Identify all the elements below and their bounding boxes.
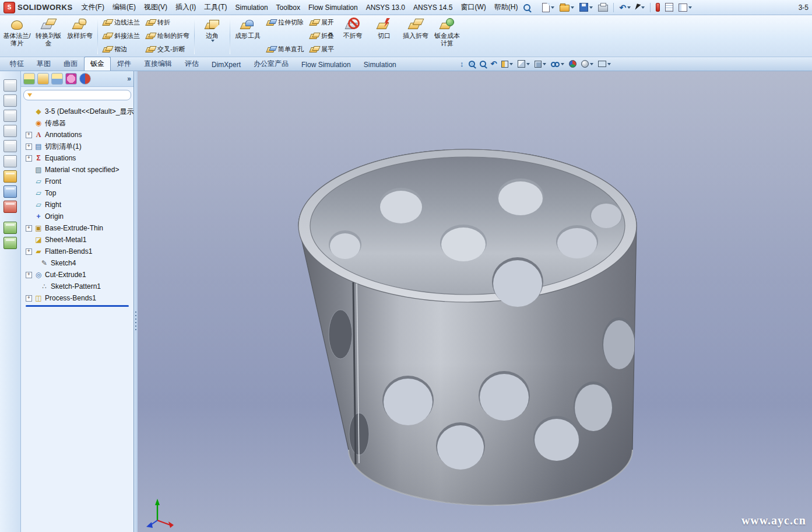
filter-input[interactable] <box>34 91 127 99</box>
left-toolbar-icon[interactable] <box>3 186 17 198</box>
left-toolbar-icon[interactable] <box>3 222 17 234</box>
flatten-button[interactable]: 展平 <box>308 44 336 54</box>
tree-item-cut-extrude1[interactable]: Cut-Extrude1 <box>22 269 133 281</box>
options-panel-icon[interactable] <box>677 2 694 13</box>
menu-edit[interactable]: 编辑(E) <box>108 1 140 14</box>
tree-item-annotations[interactable]: Annotations <box>22 129 133 141</box>
notebook-icon[interactable] <box>663 2 675 13</box>
miter-flange-button[interactable]: 斜接法兰 <box>101 31 142 41</box>
base-flange-button[interactable]: 基体法兰/薄片 <box>1 16 33 56</box>
edge-flange-button[interactable]: 边线法兰 <box>101 18 142 27</box>
tree-item-sheet-metal1[interactable]: Sheet-Metal1 <box>22 234 133 246</box>
display-style-icon[interactable] <box>516 58 532 69</box>
lofted-bend-button[interactable]: 放样折弯 <box>64 16 96 56</box>
insert-bends-button[interactable]: 插入折弯 <box>400 16 431 56</box>
tree-item-material[interactable]: Material <not specified> <box>22 164 133 176</box>
fold-button[interactable]: 折叠 <box>308 31 336 41</box>
expand-toggle[interactable] <box>26 249 32 255</box>
tree-item-flatten-bends1[interactable]: Flatten-Bends1 <box>22 246 133 257</box>
tab-evaluate[interactable]: 评估 <box>178 57 205 71</box>
forming-tool-button[interactable]: 成形工具 <box>232 16 263 56</box>
simple-hole-button[interactable]: 简单直孔 <box>265 44 305 54</box>
save-icon[interactable] <box>578 2 595 13</box>
menu-file[interactable]: 文件(F) <box>78 1 108 14</box>
left-toolbar-icon[interactable] <box>3 170 17 183</box>
tab-sheet-metal[interactable]: 钣金 <box>84 57 111 71</box>
tab-features[interactable]: 特征 <box>3 57 30 71</box>
tree-item-right-plane[interactable]: Right <box>22 199 133 211</box>
property-manager-tab-icon[interactable] <box>37 73 49 85</box>
hem-button[interactable]: 褶边 <box>101 44 142 54</box>
left-toolbar-icon[interactable] <box>3 155 17 167</box>
expand-toggle[interactable] <box>26 155 32 162</box>
rip-button[interactable]: 切口 <box>368 16 400 56</box>
menu-tools[interactable]: 工具(T) <box>200 1 231 14</box>
expand-toggle[interactable] <box>26 225 32 232</box>
search-icon[interactable] <box>522 3 532 12</box>
left-toolbar-icon[interactable] <box>3 125 17 137</box>
tab-surfaces[interactable]: 曲面 <box>57 57 84 71</box>
tree-item-front-plane[interactable]: Front <box>22 176 133 187</box>
new-document-icon[interactable] <box>540 2 556 13</box>
left-toolbar-icon[interactable] <box>3 110 17 122</box>
tab-office-products[interactable]: 办公室产品 <box>247 57 295 71</box>
tab-flow-simulation[interactable]: Flow Simulation <box>295 58 357 71</box>
tree-item-origin[interactable]: Origin <box>22 211 133 222</box>
menu-flow-simulation[interactable]: Flow Simulation <box>304 2 362 13</box>
view-settings-icon[interactable] <box>579 58 595 69</box>
corner-dropdown-caret[interactable] <box>211 40 215 42</box>
apply-scene-icon[interactable] <box>567 58 578 69</box>
corner-button[interactable]: 边角 <box>196 16 228 56</box>
left-toolbar-icon[interactable] <box>3 201 17 213</box>
display-manager-tab-icon[interactable] <box>79 73 91 85</box>
previous-view-icon[interactable] <box>478 58 488 69</box>
left-toolbar-icon[interactable] <box>3 237 17 249</box>
menu-view[interactable]: 视图(V) <box>140 1 171 14</box>
expand-toggle[interactable] <box>26 132 32 138</box>
tab-direct-editing[interactable]: 直接编辑 <box>138 57 178 71</box>
tree-item-sketch4[interactable]: Sketch4 <box>22 257 133 269</box>
tree-item-cut-list[interactable]: 切割清单(1) <box>22 141 133 152</box>
edit-appearance-icon[interactable] <box>549 58 566 69</box>
tree-item-equations[interactable]: Equations <box>22 152 133 164</box>
menu-window[interactable]: 窗口(W) <box>456 1 490 14</box>
print-icon[interactable] <box>596 2 610 13</box>
tree-item-sensors[interactable]: 传感器 <box>22 117 133 129</box>
configuration-manager-tab-icon[interactable] <box>51 73 63 85</box>
menu-toolbox[interactable]: Toolbox <box>272 2 304 13</box>
open-icon[interactable] <box>558 2 576 13</box>
tab-sketch[interactable]: 草图 <box>30 57 57 71</box>
tab-dimxpert[interactable]: DimXpert <box>205 58 247 71</box>
no-bends-button[interactable]: 不折弯 <box>337 16 368 56</box>
3d-viewport[interactable]: www.ayc.cn <box>138 71 812 532</box>
hide-show-items-icon[interactable] <box>533 58 548 69</box>
menu-simulation[interactable]: Simulation <box>231 2 272 13</box>
rollback-bar[interactable] <box>26 305 129 307</box>
unfold-button[interactable]: 展开 <box>308 18 336 27</box>
cross-break-button[interactable]: 交叉-折断 <box>144 44 191 54</box>
menu-ansys-14-5[interactable]: ANSYS 14.5 <box>409 2 456 13</box>
tree-item-top-plane[interactable]: Top <box>22 187 133 199</box>
view-orientation-icon[interactable] <box>500 58 515 69</box>
image-options-icon[interactable] <box>596 58 613 69</box>
expand-toggle[interactable] <box>26 272 32 278</box>
undo-icon[interactable]: ↶ <box>617 2 632 13</box>
tab-simulation[interactable]: Simulation <box>357 58 403 71</box>
tree-root-item[interactable]: 3-5 (Default<<Default>_显示 <box>22 106 133 117</box>
zoom-fit-icon[interactable]: ↕ <box>458 58 466 69</box>
jog-button[interactable]: 转折 <box>144 18 191 27</box>
panel-overflow-chevron[interactable] <box>127 75 131 83</box>
extruded-cut-button[interactable]: 拉伸切除 <box>265 18 305 27</box>
tree-item-process-bends1[interactable]: Process-Bends1 <box>22 292 133 304</box>
left-toolbar-icon[interactable] <box>3 94 17 107</box>
convert-to-sheet-metal-button[interactable]: 转换到钣金 <box>33 16 64 56</box>
sketched-bend-button[interactable]: 绘制的折弯 <box>144 31 191 41</box>
menu-ansys-13[interactable]: ANSYS 13.0 <box>362 2 409 13</box>
tree-item-sketch-pattern1[interactable]: Sketch-Pattern1 <box>22 281 133 292</box>
expand-toggle[interactable] <box>26 295 32 302</box>
sheet-metal-costing-button[interactable]: 钣金成本计算 <box>431 16 463 56</box>
feature-manager-tab-icon[interactable] <box>23 73 35 85</box>
select-cursor-icon[interactable] <box>634 3 646 12</box>
left-toolbar-icon[interactable] <box>3 79 17 92</box>
dimxpert-manager-tab-icon[interactable] <box>65 73 77 85</box>
